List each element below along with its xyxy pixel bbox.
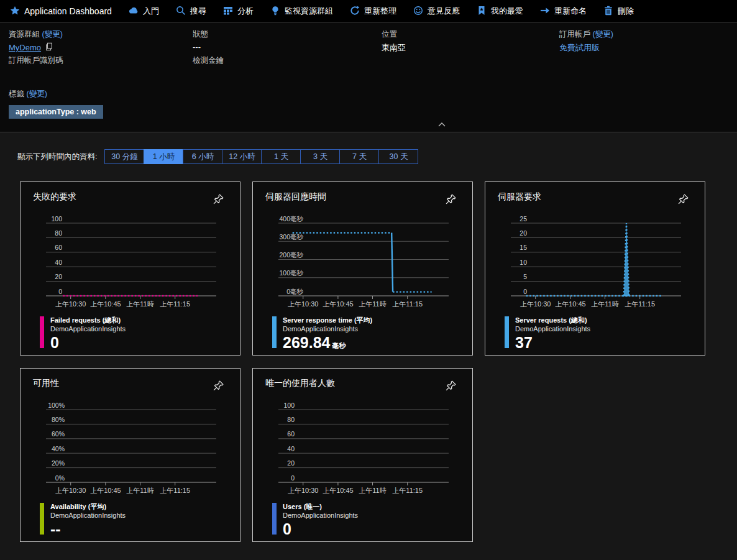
- svg-text:上午11:15: 上午11:15: [625, 300, 655, 308]
- svg-text:上午10:45: 上午10:45: [555, 300, 586, 308]
- svg-text:上午10:45: 上午10:45: [90, 487, 121, 494]
- pin-icon[interactable]: [445, 193, 457, 205]
- field-label: 訂用帳戶 (變更): [559, 29, 728, 40]
- subscription-link[interactable]: 免費試用版: [559, 42, 600, 53]
- toolbar-getting-started[interactable]: 入門: [129, 6, 159, 17]
- toolbar-delete[interactable]: 刪除: [603, 6, 634, 17]
- field-label: 檢測金鑰: [193, 55, 382, 66]
- svg-text:0毫秒: 0毫秒: [286, 288, 303, 295]
- toolbar-label: 重新命名: [554, 6, 587, 17]
- svg-text:80: 80: [287, 416, 295, 423]
- command-bar: Application Dashboard 入門 搜尋 分析 監視資源群組 重新…: [0, 0, 737, 23]
- collapse-essentials-chevron[interactable]: [437, 119, 447, 127]
- refresh-icon: [350, 6, 360, 17]
- smiley-icon: [413, 6, 423, 17]
- svg-text:100毫秒: 100毫秒: [279, 269, 303, 277]
- dashboard-title[interactable]: Application Dashboard: [10, 6, 112, 17]
- svg-text:0: 0: [58, 288, 62, 295]
- legend-value: 269.84毫秒: [283, 335, 372, 351]
- dashboard-body: 顯示下列時間內的資料: 30 分鐘1 小時6 小時12 小時1 天3 天7 天3…: [0, 132, 737, 542]
- copy-icon[interactable]: [45, 42, 53, 53]
- arrow-right-icon: [540, 6, 550, 17]
- svg-text:60%: 60%: [52, 430, 65, 438]
- toolbar-refresh[interactable]: 重新整理: [350, 6, 396, 17]
- tile-failed-requests[interactable]: 失敗的要求 020406080100上午10:30上午10:45上午11時上午1…: [20, 181, 240, 356]
- svg-text:上午11:15: 上午11:15: [160, 300, 190, 308]
- essentials-panel: 資源群組 (變更) MyDemo 狀態 --- 位置 東南亞 訂用帳戶 (變更): [0, 23, 737, 132]
- resource-group-link[interactable]: MyDemo: [9, 43, 41, 52]
- svg-text:200毫秒: 200毫秒: [279, 251, 303, 259]
- svg-text:20: 20: [55, 273, 62, 280]
- time-range-button-5[interactable]: 3 天: [300, 149, 340, 164]
- location-value: 東南亞: [382, 42, 559, 53]
- svg-text:80: 80: [55, 229, 62, 237]
- toolbar-analytics[interactable]: 分析: [223, 6, 254, 17]
- time-range-button-3[interactable]: 12 小時: [222, 149, 262, 164]
- tile-unique-users[interactable]: 唯一的使用者人數 020406080100上午10:30上午10:45上午11時…: [252, 368, 473, 542]
- toolbar-search[interactable]: 搜尋: [176, 6, 206, 17]
- time-range-button-2[interactable]: 6 小時: [183, 149, 222, 164]
- svg-text:10: 10: [520, 259, 527, 266]
- time-range-row: 顯示下列時間內的資料: 30 分鐘1 小時6 小時12 小時1 天3 天7 天3…: [17, 149, 737, 164]
- pin-icon[interactable]: [677, 193, 689, 205]
- tile-title: 可用性: [33, 378, 59, 389]
- svg-text:15: 15: [520, 244, 527, 251]
- legend-color-bar: [505, 316, 509, 348]
- trash-icon: [603, 6, 613, 17]
- svg-text:100%: 100%: [48, 402, 65, 409]
- change-subscription-link[interactable]: (變更): [592, 30, 613, 39]
- svg-text:上午11時: 上午11時: [126, 487, 153, 494]
- svg-text:40: 40: [287, 445, 295, 452]
- toolbar-label: 入門: [143, 6, 159, 17]
- server-requests-chart: 0510152025上午10:30上午10:45上午11時上午11:15: [491, 216, 696, 314]
- svg-text:上午10:30: 上午10:30: [288, 487, 319, 494]
- time-range-button-7[interactable]: 30 天: [378, 149, 418, 164]
- legend-color-bar: [272, 503, 277, 535]
- svg-text:上午11時: 上午11時: [126, 300, 153, 308]
- legend-value: 37: [515, 335, 590, 351]
- change-tags-link[interactable]: (變更): [26, 90, 47, 98]
- svg-text:上午10:30: 上午10:30: [55, 300, 86, 308]
- time-range-button-4[interactable]: 1 天: [261, 149, 301, 164]
- svg-text:上午11時: 上午11時: [359, 300, 386, 308]
- availability-chart: 0%20%40%60%80%100%上午10:30上午10:45上午11時上午1…: [26, 402, 231, 500]
- toolbar-label: 監視資源群組: [285, 6, 333, 17]
- field-subscription: 訂用帳戶 (變更) 免費試用版: [559, 29, 728, 55]
- legend-resource: DemoApplicationInsights: [283, 325, 372, 333]
- svg-text:20: 20: [287, 459, 295, 467]
- time-range-button-6[interactable]: 7 天: [339, 149, 379, 164]
- tile-availability[interactable]: 可用性 0%20%40%60%80%100%上午10:30上午10:45上午11…: [20, 368, 240, 542]
- toolbar-label: 刪除: [618, 6, 634, 17]
- legend: Server response time (平均) DemoApplicatio…: [272, 316, 372, 351]
- bookmark-star-icon: [477, 6, 487, 17]
- search-icon: [176, 6, 186, 17]
- time-range-label: 顯示下列時間內的資料:: [17, 152, 97, 162]
- field-resource-group: 資源群組 (變更) MyDemo: [9, 29, 193, 55]
- svg-text:上午10:45: 上午10:45: [323, 300, 354, 308]
- pin-icon[interactable]: [213, 193, 224, 205]
- pin-icon[interactable]: [213, 380, 224, 392]
- time-range-button-1[interactable]: 1 小時: [144, 149, 183, 164]
- time-range-button-0[interactable]: 30 分鐘: [104, 149, 144, 164]
- change-resource-group-link[interactable]: (變更): [42, 30, 62, 39]
- legend-value: 0: [283, 521, 358, 537]
- toolbar-label: 重新整理: [364, 6, 396, 17]
- cloud-icon: [129, 6, 139, 17]
- toolbar-favorites[interactable]: 我的最愛: [477, 6, 523, 17]
- svg-text:25: 25: [520, 216, 527, 223]
- svg-text:100: 100: [283, 402, 295, 409]
- legend-color-bar: [40, 503, 44, 535]
- tile-server-requests[interactable]: 伺服器要求 0510152025上午10:30上午10:45上午11時上午11:…: [485, 181, 705, 356]
- toolbar-rename[interactable]: 重新命名: [540, 6, 587, 17]
- toolbar-label: 分析: [237, 6, 254, 17]
- toolbar-feedback[interactable]: 意見反應: [413, 6, 460, 17]
- tile-server-response-time[interactable]: 伺服器回應時間 0毫秒100毫秒200毫秒300毫秒400毫秒上午10:30上午…: [252, 181, 473, 356]
- tags-label: 標籤 (變更): [9, 89, 728, 99]
- tag-chip: applicationType : web: [9, 105, 103, 119]
- svg-text:上午10:30: 上午10:30: [288, 300, 319, 308]
- svg-text:上午11:15: 上午11:15: [392, 487, 423, 494]
- legend: Availability (平均) DemoApplicationInsight…: [40, 503, 126, 537]
- toolbar-monitor-resource-group[interactable]: 監視資源群組: [270, 6, 333, 17]
- svg-text:20%: 20%: [52, 459, 65, 467]
- pin-icon[interactable]: [445, 380, 457, 392]
